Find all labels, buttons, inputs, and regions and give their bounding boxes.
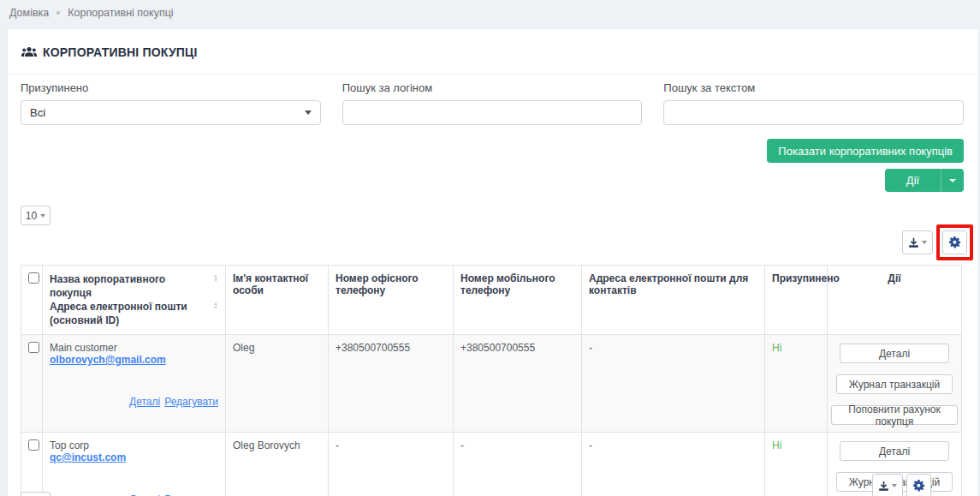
table-row: Main customer olborovych@gmail.com Детал… [21,335,962,433]
export-button[interactable] [872,474,903,496]
page-title-text: КОРПОРАТИВНІ ПОКУПЦІ [43,45,198,59]
table-toolbar-bottom [872,474,931,496]
transactions-journal-button[interactable]: Журнал транзакцій [836,374,953,394]
table-settings-button[interactable] [942,230,967,254]
download-icon [878,481,889,492]
details-button[interactable]: Деталі [840,441,949,461]
column-header-mobile-phone: Номер мобільного телефону [454,266,582,335]
column-header-contact: Ім'я контактної особи [226,266,329,335]
download-icon [908,237,919,248]
page: Домівка Корпоративні покупці КОРПОРАТИВН… [0,0,980,496]
suspended-status: Ні [772,439,781,451]
topup-account-button[interactable]: Поповнити рахунок покупця [831,405,958,425]
row-checkbox[interactable] [28,439,39,451]
gear-icon [949,236,961,248]
breadcrumb-current: Корпоративні покупці [68,7,173,19]
customer-email-link[interactable]: olborovych@gmail.com [50,354,166,366]
column-header-office-phone: Номер офісного телефону [329,266,454,335]
filter-login: Пошук за логіном [342,81,643,125]
page-size-selector[interactable]: 10 [21,492,50,496]
gear-icon [913,480,925,492]
customer-name: Main customer [50,342,218,354]
corporate-customers-card: КОРПОРАТИВНІ ПОКУПЦІ Призупинено Всі Пош… [7,28,979,496]
suspended-status: Ні [772,342,781,354]
mobile-phone: +380500700555 [454,335,582,433]
sort-icon[interactable]: ▲▼ [213,300,218,310]
table-settings-button[interactable] [906,474,931,496]
suspended-filter-select[interactable]: Всі [21,100,321,125]
users-icon [21,46,37,58]
row-checkbox[interactable] [28,342,39,353]
table-header-row: Назва корпоративного покупця ▲▼ Адреса е… [21,266,962,335]
chevron-down-icon [949,179,956,182]
breadcrumb-home-link[interactable]: Домівка [9,7,49,19]
select-all-checkbox[interactable] [28,272,39,284]
chevron-down-icon [892,484,897,487]
login-filter-label: Пошук за логіном [342,81,643,94]
filter-text: Пошук за текстом [663,81,964,125]
contact-person: Oleg [226,335,329,433]
contact-person: Oleg Borovych [226,433,329,496]
page-size-value: 10 [26,210,37,222]
sort-icon[interactable]: ▲▼ [213,272,218,283]
breadcrumb: Домівка Корпоративні покупці [9,7,174,19]
row-edit-link[interactable]: Редагувати [164,396,218,408]
column-header-contact-email: Адреса електронної пошти для контактів [582,266,765,335]
title-divider [8,74,978,75]
column-header-name[interactable]: Назва корпоративного покупця ▲▼ Адреса е… [43,266,226,335]
customer-email-link[interactable]: qc@incust.com [50,451,126,463]
export-button[interactable] [902,230,933,254]
details-button[interactable]: Деталі [840,344,949,363]
mobile-phone: - [454,433,582,496]
column-header-name-line2: Адреса електронної пошти (основний ID) [50,300,210,327]
page-size-selector[interactable]: 10 [21,206,50,225]
breadcrumb-separator-icon [56,11,60,15]
chevron-down-icon [922,241,927,244]
suspended-filter-label: Призупинено [21,81,321,94]
column-header-name-line1: Назва корпоративного покупця [50,272,210,300]
table-row: Top corp qc@incust.com Деталі Редагувати… [21,433,962,496]
office-phone: +380500700555 [329,335,454,433]
login-search-input[interactable] [342,100,643,125]
column-header-suspended: Призупинено [765,266,828,335]
office-phone: - [329,433,454,496]
filter-suspended: Призупинено Всі [21,81,321,125]
button-divider [941,169,941,192]
text-filter-label: Пошук за текстом [663,81,964,94]
contact-email: - [582,335,765,433]
corporate-customers-table: Назва корпоративного покупця ▲▼ Адреса е… [21,265,962,496]
chevron-down-icon [40,214,45,218]
suspended-filter-value: Всі [30,106,45,119]
customer-name: Top corp [50,439,218,451]
text-search-input[interactable] [663,100,964,125]
show-corporate-customers-button[interactable]: Показати корпоративних покупців [767,139,964,163]
highlight-annotation-box [936,224,973,260]
actions-dropdown-button[interactable]: Дії [885,169,964,192]
chevron-down-icon [305,111,312,115]
column-header-actions: Дії [828,266,962,335]
page-title: КОРПОРАТИВНІ ПОКУПЦІ [21,45,198,59]
filters-row: Призупинено Всі Пошук за логіном Пошук з… [21,81,964,125]
row-details-link[interactable]: Деталі [129,396,160,408]
actions-button-label: Дії [885,174,941,187]
contact-email: - [582,433,765,496]
table-toolbar-top [902,224,973,260]
